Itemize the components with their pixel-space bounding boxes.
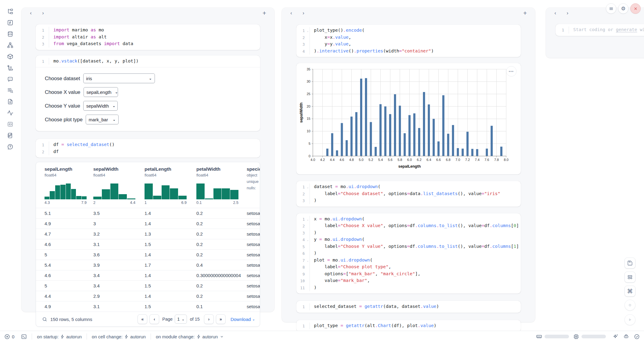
fold-chevron-icon[interactable]: ⌄ <box>307 258 309 264</box>
new-cell-editor[interactable]: 1 Start coding or generate with AI <box>556 24 644 36</box>
cell-plot-type[interactable]: 1plot_type = getattr(alt.Chart(df), plot… <box>296 320 521 332</box>
column-header-petalLength[interactable]: petalLengthfloat6416.9 <box>145 166 196 208</box>
code-line: 1mo.vstack([dataset, x, y, plot]) <box>36 58 260 65</box>
cell-plot[interactable]: 1⌄plot_type().encode(2 x=x.value,3 y=y.v… <box>296 25 521 57</box>
cell-xy-plot-dropdowns[interactable]: 1⌄x = mo.ui.dropdown(2 label="Choose X v… <box>296 213 521 294</box>
code-text[interactable]: y=y.value, <box>310 41 354 47</box>
add-cell-button[interactable]: + <box>521 9 529 17</box>
sidebar-item-file-tree[interactable] <box>5 7 15 16</box>
sidebar-item-help[interactable] <box>5 142 15 151</box>
connection-status-button[interactable] <box>634 334 640 340</box>
generate-with-ai-link[interactable]: generate <box>616 27 637 32</box>
code-text[interactable]: df <box>49 148 62 155</box>
add-cell-button[interactable]: + <box>260 9 268 17</box>
column-scroll-left-button[interactable]: ‹ <box>551 9 559 17</box>
code-text[interactable]: mo.vstack([dataset, x, y, plot]) <box>49 58 141 64</box>
first-page-button[interactable]: « <box>138 314 147 324</box>
cell-selected-dataset[interactable]: 1selected_dataset = getattr(data, datase… <box>296 301 521 313</box>
bar-chart[interactable]: 4.04.24.44.64.85.05.25.45.65.86.06.26.46… <box>298 66 521 172</box>
code-text[interactable]: label="Choose X value", options=df.colum… <box>310 223 522 229</box>
copilot-button[interactable] <box>623 334 629 340</box>
code-text[interactable]: value="mark_bar", <box>310 277 373 284</box>
column-scroll-left-button[interactable]: ‹ <box>27 9 35 17</box>
run-button[interactable] <box>624 314 635 325</box>
column-header-sepalWidth[interactable]: sepalWidthfloat6424.4 <box>93 166 145 208</box>
cell-imports[interactable]: 1import marimo as mo2import altair as al… <box>36 24 260 50</box>
column-scroll-left-button[interactable]: ‹ <box>287 9 295 17</box>
column-scroll-right-button[interactable]: › <box>299 9 307 17</box>
choose-y-select[interactable]: sepalWidth⌄ <box>83 101 118 111</box>
cell-dataset-dropdown[interactable]: 1⌄dataset = mo.ui.dropdown(2 label="Choo… <box>296 181 521 207</box>
errors-indicator[interactable]: 0 <box>4 334 14 340</box>
fold-chevron-icon[interactable]: ⌄ <box>307 184 309 191</box>
sidebar-item-document[interactable] <box>5 97 15 106</box>
bolt-icon <box>196 334 201 339</box>
code-text[interactable]: label="Choose dataset", options=data.lis… <box>310 191 503 197</box>
code-text[interactable]: import altair as alt <box>49 34 110 40</box>
previous-page-button[interactable]: ‹ <box>149 314 159 324</box>
column-scroll-right-button[interactable]: › <box>564 9 571 17</box>
ai-sparkles-button[interactable] <box>613 334 618 340</box>
code-text[interactable]: from vega_datasets import data <box>49 41 136 47</box>
fold-chevron-icon[interactable]: ⌄ <box>307 217 309 223</box>
sidebar-item-dependency-graph[interactable] <box>5 41 15 50</box>
column-header-sepalLength[interactable]: sepalLengthfloat644.37.9 <box>45 166 93 208</box>
column-scroll-right-button[interactable]: › <box>39 9 47 17</box>
sidebar-item-function-square[interactable] <box>5 18 15 27</box>
settings-button[interactable]: ⚙ <box>618 3 628 14</box>
sidebar-item-package[interactable] <box>5 52 15 61</box>
last-page-button[interactable]: » <box>216 314 226 324</box>
code-text[interactable]: label="Choose plot type", <box>310 264 394 270</box>
code-text[interactable]: dataset = mo.ui.dropdown( <box>310 183 384 190</box>
keyboard-shortcuts-button[interactable]: ⌘ <box>624 286 635 297</box>
sidebar-item-scratchpad[interactable] <box>5 131 15 140</box>
code-text[interactable]: plot_type = getattr(alt.Chart(df), plot.… <box>310 322 440 329</box>
code-line: 3) <box>296 230 521 237</box>
code-text[interactable]: ) <box>310 284 320 291</box>
code-text[interactable]: x = mo.ui.dropdown( <box>310 216 368 222</box>
code-text[interactable]: label="Choose Y value", options=df.colum… <box>310 243 522 250</box>
choose-x-select[interactable]: sepalLength⌄ <box>84 87 118 97</box>
code-text[interactable]: import marimo as mo <box>49 27 107 33</box>
code-text[interactable]: ) <box>310 250 320 256</box>
stop-button[interactable] <box>624 300 635 311</box>
sidebar-item-logs-search[interactable] <box>5 86 15 95</box>
column-header-species[interactable]: speciesobjectuniquenulls: <box>247 166 260 208</box>
page-number-select[interactable]: 1⌄ <box>175 315 187 324</box>
sidebar-item-database[interactable] <box>5 29 15 38</box>
code-text[interactable]: plot_type().encode( <box>310 27 368 34</box>
code-text[interactable]: plot = mo.ui.dropdown( <box>310 257 376 263</box>
code-text[interactable]: y = mo.ui.dropdown( <box>310 236 368 243</box>
terminal-button[interactable] <box>21 334 27 340</box>
code-text[interactable]: df = selected_dataset() <box>49 141 118 148</box>
cell-df[interactable]: 1df = selected_dataset()2df <box>36 139 260 158</box>
sidebar-item-chatbot[interactable] <box>5 74 15 84</box>
on-cell-change-setting[interactable]: on cell change: autorun <box>92 334 146 339</box>
sidebar-item-activity[interactable] <box>5 108 15 117</box>
on-startup-setting[interactable]: on startup: autorun <box>37 334 82 339</box>
download-button[interactable]: Download⌄ <box>231 317 255 322</box>
fold-chevron-icon[interactable]: ⌄ <box>307 237 309 244</box>
close-button[interactable] <box>630 3 641 14</box>
cell-vstack-code[interactable]: 1mo.vstack([dataset, x, y, plot]) <box>36 55 260 67</box>
code-text[interactable]: x=x.value, <box>310 34 354 41</box>
on-module-change-setting[interactable]: on module change: autorun <box>156 334 224 339</box>
menu-button[interactable] <box>606 3 616 14</box>
layout-button[interactable] <box>624 272 635 283</box>
column-header-petalWidth[interactable]: petalWidthfloat640.12.5 <box>196 166 247 208</box>
code-text[interactable]: selected_dataset = getattr(data, dataset… <box>310 303 442 310</box>
fold-chevron-icon[interactable]: ⌄ <box>307 28 309 34</box>
chart-svg: 4.04.24.44.64.85.05.25.45.65.86.06.26.46… <box>298 66 512 171</box>
next-page-button[interactable]: › <box>204 314 214 324</box>
chart-options-button[interactable]: ••• <box>506 66 517 77</box>
code-text[interactable]: ) <box>310 230 320 236</box>
code-text[interactable]: options=["mark_bar", "mark_circle"], <box>310 271 424 277</box>
search-icon[interactable] <box>42 317 47 322</box>
save-button[interactable] <box>624 258 635 269</box>
choose-plot-type-select[interactable]: mark_bar⌄ <box>86 115 119 124</box>
sidebar-item-code-block[interactable] <box>5 119 15 129</box>
code-text[interactable]: ) <box>310 197 320 204</box>
sidebar-item-scroll-text[interactable] <box>5 63 15 72</box>
code-text[interactable]: ).interactive().properties(width="contai… <box>310 48 437 54</box>
choose-dataset-select[interactable]: iris⌄ <box>83 73 155 83</box>
